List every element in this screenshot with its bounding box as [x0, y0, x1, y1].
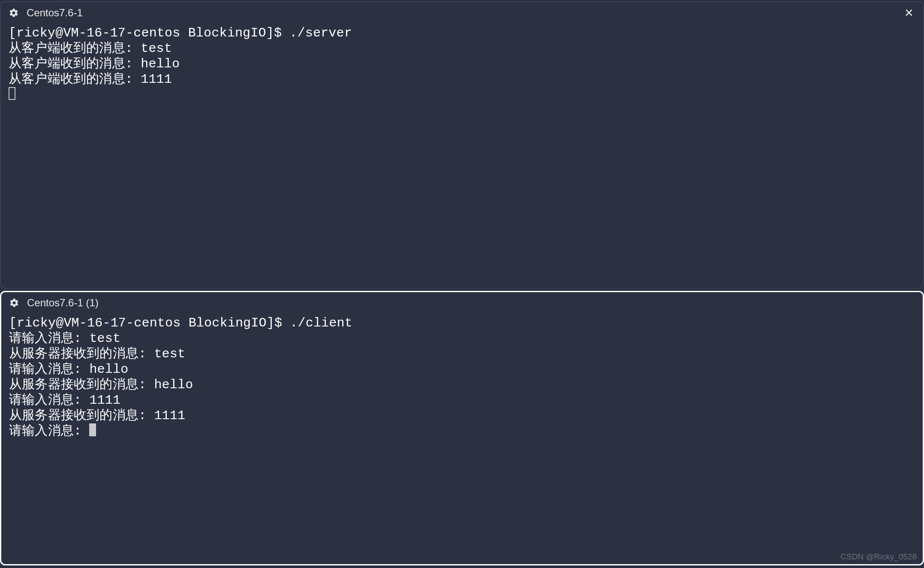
- terminal-output-client[interactable]: [ricky@VM-16-17-centos BlockingIO]$ ./cl…: [1, 314, 923, 441]
- output-line: 从客户端收到的消息: hello: [9, 57, 180, 71]
- title-bar-top: Centos7.6-1 ✕: [1, 2, 923, 24]
- command-text: ./client: [290, 316, 352, 330]
- prompt-text: [ricky@VM-16-17-centos BlockingIO]$: [9, 26, 289, 40]
- output-line: 从服务器接收到的消息: 1111: [9, 408, 185, 423]
- gear-icon: [9, 298, 19, 308]
- gear-icon: [9, 8, 19, 18]
- window-title-top: Centos7.6-1: [27, 7, 83, 19]
- cursor-icon: [89, 423, 96, 436]
- output-line: 请输入消息: hello: [9, 362, 128, 377]
- cursor-icon: [9, 87, 15, 100]
- output-line: 从客户端收到的消息: 1111: [9, 72, 172, 87]
- window-title-bottom: Centos7.6-1 (1): [27, 297, 99, 309]
- terminal-pane-server: Centos7.6-1 ✕ [ricky@VM-16-17-centos Blo…: [0, 1, 924, 289]
- output-line: 请输入消息: 1111: [9, 393, 120, 408]
- close-icon[interactable]: ✕: [904, 8, 914, 18]
- watermark-text: CSDN @Ricky_0528: [840, 552, 917, 562]
- output-line: 请输入消息:: [9, 424, 89, 438]
- command-text: ./server: [289, 26, 352, 40]
- output-line: 从服务器接收到的消息: test: [9, 347, 185, 361]
- terminal-pane-client: Centos7.6-1 (1) [ricky@VM-16-17-centos B…: [0, 291, 924, 565]
- terminal-output-server[interactable]: [ricky@VM-16-17-centos BlockingIO]$ ./se…: [1, 24, 923, 104]
- output-line: 请输入消息: test: [9, 331, 120, 346]
- output-line: 从客户端收到的消息: test: [9, 41, 172, 56]
- prompt-text: [ricky@VM-16-17-centos BlockingIO]$: [9, 316, 290, 330]
- output-line: 从服务器接收到的消息: hello: [9, 378, 193, 392]
- title-bar-bottom: Centos7.6-1 (1): [1, 292, 923, 314]
